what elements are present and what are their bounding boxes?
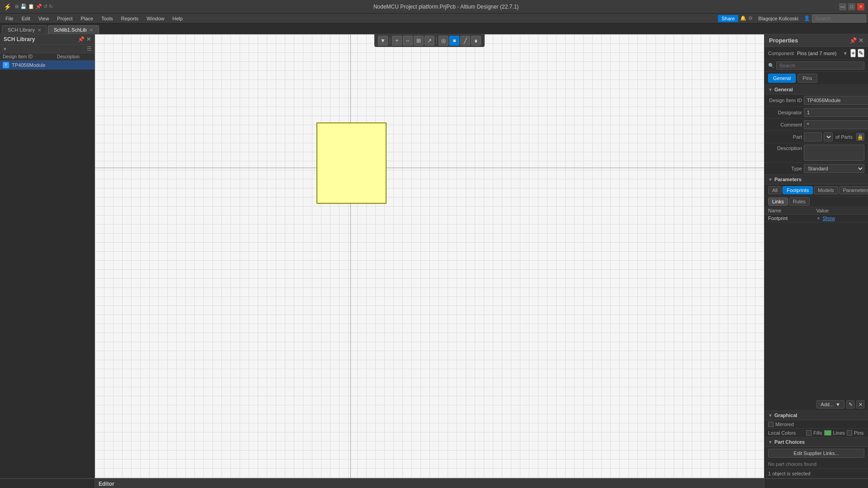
delete-parameter-btn[interactable]: ✕ [856, 400, 864, 408]
parameters-section-header[interactable]: ▼ Parameters [764, 175, 868, 184]
toolbar-line-btn[interactable]: ╱ [460, 36, 470, 46]
mirrored-label: Mirrored [768, 422, 794, 427]
component-edit-btn[interactable]: ✎ [858, 49, 864, 57]
tab-close-schlib1[interactable]: ✕ [90, 28, 93, 33]
menu-help[interactable]: Help [169, 15, 186, 22]
tab-sch-library[interactable]: SCH Library ✕ [2, 25, 47, 34]
tab-schlib1[interactable]: Schlib1.SchLib ✕ [48, 25, 99, 34]
params-tabs: All Footprints Models Parameters [764, 184, 868, 197]
menu-view[interactable]: View [35, 15, 53, 22]
type-select[interactable]: Standard [804, 164, 864, 173]
of-parts-label: of Parts [835, 134, 853, 140]
mirrored-checkbox[interactable] [768, 422, 774, 427]
toolbar-arrow-btn[interactable]: ↗ [425, 36, 434, 46]
footprint-show-link[interactable]: Show [822, 216, 835, 221]
add-parameter-btn[interactable]: Add... ▼ [816, 400, 844, 408]
toolbar-fill-btn[interactable]: ■ [449, 36, 459, 46]
sub-tab-links[interactable]: Links [768, 197, 788, 206]
local-colors-row: Local Colors Fills Lines Pins [764, 429, 868, 437]
toolbar-move-btn[interactable]: ↔ [403, 36, 413, 46]
left-panel-header: SCH Library 📌 ✕ [0, 34, 94, 45]
graphical-section-label: Graphical [774, 413, 797, 418]
part-lock-btn[interactable]: 🔒 [856, 133, 864, 141]
header-pin-icon[interactable]: 📌 [849, 37, 857, 44]
pins-checkbox[interactable] [847, 430, 852, 436]
list-item[interactable]: T TP4056Module [0, 61, 94, 70]
component-label: Component [768, 51, 795, 56]
panel-close-icon[interactable]: ✕ [86, 36, 91, 42]
menu-reports[interactable]: Reports [118, 15, 142, 22]
designator-input[interactable] [804, 108, 868, 117]
col-description: Description [57, 54, 92, 59]
comment-label: Comment [768, 122, 802, 127]
add-parameter-label: Add... [821, 402, 834, 407]
minimize-button[interactable]: — [839, 3, 846, 10]
general-section-header[interactable]: ▼ General [764, 85, 868, 94]
tab-label-schlib1: Schlib1.SchLib [54, 27, 87, 33]
panel-controls: 📌 ✕ [78, 36, 91, 42]
th-value: Value [816, 208, 865, 213]
toolbar-grid-btn[interactable]: ⊞ [414, 36, 424, 46]
table-row[interactable]: Footprint ▼ Show [764, 215, 868, 222]
maximize-button[interactable]: □ [848, 3, 855, 10]
canvas-area[interactable]: ▼ + ↔ ⊞ ↗ ◎ ■ ╱ ∎ [95, 34, 764, 478]
filter-icon[interactable]: ▼ [843, 51, 848, 56]
toolbar-shape-btn[interactable]: ∎ [471, 36, 481, 46]
params-tab-parameters[interactable]: Parameters [839, 186, 868, 194]
designator-label: Designator [768, 110, 802, 115]
window-controls: — □ ✕ [839, 3, 864, 10]
crosshair-horizontal [95, 168, 764, 168]
toolbar-circle-btn[interactable]: ◎ [439, 36, 448, 46]
params-empty-space [764, 222, 868, 399]
description-textarea[interactable] [804, 145, 864, 161]
no-part-choices-text: No part choices found [764, 460, 868, 469]
edit-parameter-btn[interactable]: ✎ [846, 400, 854, 408]
comment-input[interactable] [804, 120, 868, 129]
col-design-item-id: Design Item ID [3, 54, 57, 59]
sub-tab-rules[interactable]: Rules [789, 197, 810, 206]
td-arrow-icon: ▼ [816, 216, 821, 221]
menu-tools[interactable]: Tools [98, 15, 117, 22]
close-button[interactable]: ✕ [857, 3, 864, 10]
parameters-section-label: Parameters [774, 177, 802, 182]
menu-file[interactable]: File [2, 15, 17, 22]
fills-color-chip[interactable] [824, 430, 831, 436]
tab-general[interactable]: General [768, 74, 796, 83]
menu-edit[interactable]: Edit [18, 15, 34, 22]
component-add-btn[interactable]: + [850, 49, 856, 57]
td-footprint-value: ▼ Show [816, 216, 865, 221]
type-row: Type Standard [764, 163, 868, 175]
params-tab-footprints[interactable]: Footprints [783, 186, 813, 194]
properties-search-input[interactable] [776, 61, 864, 70]
search-input[interactable] [812, 14, 866, 23]
component-box[interactable] [316, 122, 387, 204]
menu-place[interactable]: Place [77, 15, 97, 22]
fills-checkbox[interactable] [806, 430, 811, 436]
edit-supplier-links-btn[interactable]: Edit Supplier Links... [768, 449, 864, 458]
part-choices-section-header[interactable]: ▼ Part Choices [764, 437, 868, 447]
params-tab-all[interactable]: All [768, 186, 782, 194]
toolbar-filter-btn[interactable]: ▼ [378, 36, 388, 46]
bottom-center: Editor Model ▲ Type Location Description… [95, 479, 764, 488]
tab-pins[interactable]: Pins [797, 74, 817, 83]
part-input[interactable] [804, 132, 822, 141]
part-select[interactable] [824, 132, 833, 141]
user-info: Blagojce Kolicoski [755, 15, 802, 22]
params-tab-models[interactable]: Models [814, 186, 838, 194]
menu-window[interactable]: Window [143, 15, 168, 22]
graphical-section-header[interactable]: ▼ Graphical [764, 411, 868, 420]
sch-lib-dropdown[interactable]: ▼ ☰ [0, 45, 94, 53]
graphical-arrow-icon: ▼ [768, 413, 773, 418]
tab-close-sch-library[interactable]: ✕ [38, 28, 41, 33]
panel-pin-icon[interactable]: 📌 [78, 36, 85, 42]
share-button[interactable]: Share [718, 15, 738, 22]
bottom-left [0, 479, 95, 488]
toolbar-cross-btn[interactable]: + [392, 36, 402, 46]
search-area: Share 🔔 ⚙ Blagojce Kolicoski 👤 [718, 14, 866, 23]
header-close-icon[interactable]: ✕ [859, 37, 863, 44]
tabbar: SCH Library ✕ Schlib1.SchLib ✕ [0, 23, 868, 34]
design-item-id-input[interactable] [804, 96, 868, 105]
objects-selected-text: 1 object is selected [764, 469, 868, 478]
add-btn-row: Add... ▼ ✎ ✕ [764, 399, 868, 411]
menu-project[interactable]: Project [53, 15, 76, 22]
